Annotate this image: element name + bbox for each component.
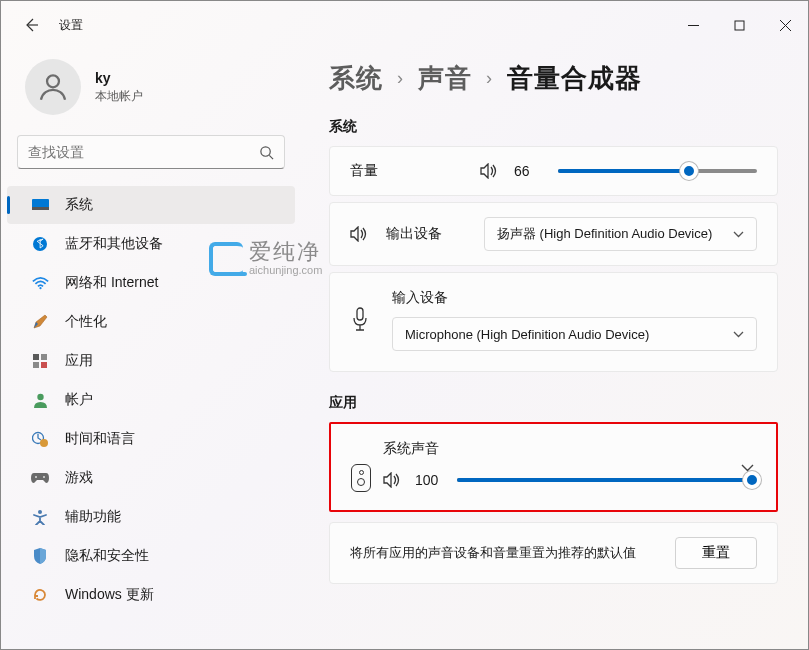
sidebar-item-bluetooth[interactable]: 蓝牙和其他设备 bbox=[7, 225, 295, 263]
svg-rect-21 bbox=[357, 308, 363, 320]
input-device-select[interactable]: Microphone (High Definition Audio Device… bbox=[392, 317, 757, 351]
svg-line-6 bbox=[269, 155, 273, 159]
sidebar-item-label: 帐户 bbox=[65, 391, 93, 409]
svg-rect-8 bbox=[32, 207, 49, 210]
sidebar-item-system[interactable]: 系统 bbox=[7, 186, 295, 224]
chevron-down-icon bbox=[733, 231, 744, 238]
app-volume-slider[interactable] bbox=[457, 470, 752, 490]
reset-description: 将所有应用的声音设备和音量重置为推荐的默认值 bbox=[350, 543, 636, 563]
search-icon bbox=[259, 145, 274, 160]
back-button[interactable] bbox=[21, 15, 41, 35]
sidebar-item-label: 个性化 bbox=[65, 313, 107, 331]
sidebar-item-label: Windows 更新 bbox=[65, 586, 154, 604]
svg-point-19 bbox=[43, 476, 45, 478]
input-device-value: Microphone (High Definition Audio Device… bbox=[405, 327, 649, 342]
svg-rect-1 bbox=[735, 21, 744, 30]
sidebar-item-accessibility[interactable]: 辅助功能 bbox=[7, 498, 295, 536]
speaker-icon bbox=[350, 226, 368, 242]
shield-icon bbox=[31, 547, 49, 565]
avatar bbox=[25, 59, 81, 115]
search-box[interactable] bbox=[17, 135, 285, 169]
clock-globe-icon bbox=[31, 430, 49, 448]
chevron-right-icon: › bbox=[486, 68, 493, 89]
breadcrumb-sound[interactable]: 声音 bbox=[418, 61, 472, 96]
breadcrumb: 系统 › 声音 › 音量合成器 bbox=[329, 61, 778, 96]
chevron-down-icon bbox=[741, 464, 754, 472]
svg-point-4 bbox=[47, 75, 59, 87]
sidebar-item-apps[interactable]: 应用 bbox=[7, 342, 295, 380]
svg-rect-13 bbox=[33, 362, 39, 368]
main-content: 系统 › 声音 › 音量合成器 系统 音量 66 bbox=[301, 49, 808, 649]
close-icon bbox=[780, 20, 791, 31]
profile-block[interactable]: ky 本地帐户 bbox=[1, 57, 301, 135]
sidebar-item-label: 时间和语言 bbox=[65, 430, 135, 448]
sidebar: ky 本地帐户 系统 蓝牙和其他设备 bbox=[1, 49, 301, 649]
svg-rect-14 bbox=[41, 362, 47, 368]
svg-rect-12 bbox=[41, 354, 47, 360]
volume-label: 音量 bbox=[350, 162, 464, 180]
chevron-right-icon: › bbox=[397, 68, 404, 89]
apps-icon bbox=[31, 352, 49, 370]
svg-rect-11 bbox=[33, 354, 39, 360]
input-device-label: 输入设备 bbox=[392, 289, 757, 307]
close-button[interactable] bbox=[762, 7, 808, 43]
sidebar-item-label: 游戏 bbox=[65, 469, 93, 487]
output-device-select[interactable]: 扬声器 (High Definition Audio Device) bbox=[484, 217, 757, 251]
titlebar: 设置 bbox=[1, 1, 808, 49]
window-title: 设置 bbox=[59, 17, 83, 34]
system-icon bbox=[31, 196, 49, 214]
sidebar-item-label: 隐私和安全性 bbox=[65, 547, 149, 565]
gamepad-icon bbox=[31, 469, 49, 487]
output-device-label: 输出设备 bbox=[386, 225, 466, 243]
chevron-down-icon bbox=[733, 331, 744, 338]
speaker-icon[interactable] bbox=[480, 163, 498, 179]
sidebar-item-accounts[interactable]: 帐户 bbox=[7, 381, 295, 419]
output-device-card: 输出设备 扬声器 (High Definition Audio Device) bbox=[329, 202, 778, 266]
arrow-left-icon bbox=[23, 17, 39, 33]
maximize-button[interactable] bbox=[716, 7, 762, 43]
update-icon bbox=[31, 586, 49, 604]
app-title: 系统声音 bbox=[383, 440, 756, 458]
speaker-icon bbox=[383, 472, 401, 488]
sidebar-item-label: 应用 bbox=[65, 352, 93, 370]
svg-point-18 bbox=[35, 476, 37, 478]
sidebar-item-time-language[interactable]: 时间和语言 bbox=[7, 420, 295, 458]
maximize-icon bbox=[734, 20, 745, 31]
bluetooth-icon bbox=[31, 235, 49, 253]
expand-chevron[interactable] bbox=[741, 464, 754, 472]
reset-card: 将所有应用的声音设备和音量重置为推荐的默认值 重置 bbox=[329, 522, 778, 584]
master-volume-card: 音量 66 bbox=[329, 146, 778, 196]
minimize-icon bbox=[688, 20, 699, 31]
sidebar-item-label: 系统 bbox=[65, 196, 93, 214]
svg-point-15 bbox=[37, 394, 43, 400]
brush-icon bbox=[31, 313, 49, 331]
sidebar-item-label: 蓝牙和其他设备 bbox=[65, 235, 163, 253]
username: ky bbox=[95, 70, 143, 86]
microphone-icon bbox=[350, 307, 370, 333]
account-type: 本地帐户 bbox=[95, 88, 143, 105]
svg-point-17 bbox=[40, 439, 48, 447]
sidebar-item-privacy[interactable]: 隐私和安全性 bbox=[7, 537, 295, 575]
settings-window: 设置 ky bbox=[0, 0, 809, 650]
reset-button[interactable]: 重置 bbox=[675, 537, 757, 569]
account-icon bbox=[31, 391, 49, 409]
sidebar-item-windows-update[interactable]: Windows 更新 bbox=[7, 576, 295, 614]
sidebar-item-network[interactable]: 网络和 Internet bbox=[7, 264, 295, 302]
output-device-value: 扬声器 (High Definition Audio Device) bbox=[497, 225, 712, 243]
search-input[interactable] bbox=[28, 144, 259, 160]
svg-point-10 bbox=[39, 287, 41, 289]
volume-value: 66 bbox=[514, 163, 542, 179]
wifi-icon bbox=[31, 274, 49, 292]
svg-point-20 bbox=[38, 510, 42, 514]
section-system-label: 系统 bbox=[329, 118, 778, 136]
breadcrumb-volume-mixer: 音量合成器 bbox=[507, 61, 642, 96]
sidebar-item-gaming[interactable]: 游戏 bbox=[7, 459, 295, 497]
person-icon bbox=[36, 70, 70, 104]
input-device-card: 输入设备 Microphone (High Definition Audio D… bbox=[329, 272, 778, 372]
sidebar-item-personalization[interactable]: 个性化 bbox=[7, 303, 295, 341]
minimize-button[interactable] bbox=[670, 7, 716, 43]
breadcrumb-system[interactable]: 系统 bbox=[329, 61, 383, 96]
volume-slider[interactable] bbox=[558, 161, 757, 181]
system-sounds-card[interactable]: 系统声音 100 bbox=[329, 422, 778, 512]
sidebar-item-label: 网络和 Internet bbox=[65, 274, 158, 292]
